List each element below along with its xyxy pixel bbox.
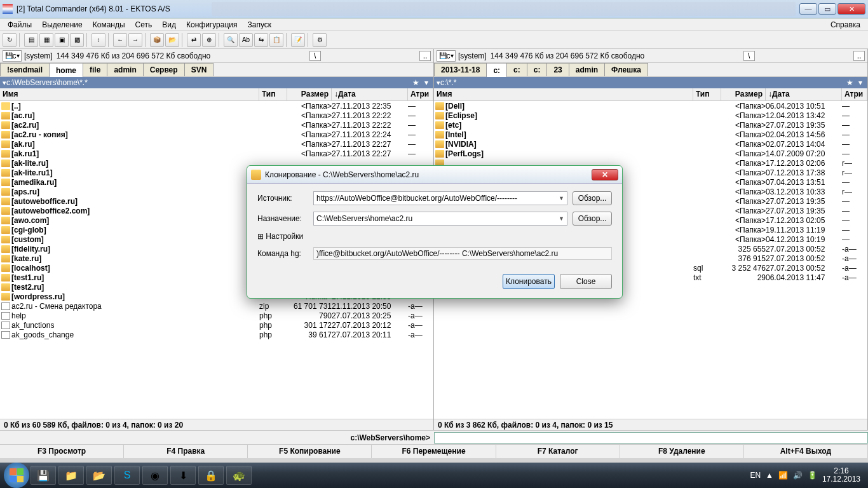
file-row[interactable]: [etc]<Папка>27.07.2013 19:35—: [434, 120, 867, 130]
dest-browse-button[interactable]: Обзор...: [573, 212, 612, 226]
taskbar-download-icon[interactable]: ⬇: [170, 466, 196, 485]
tb-control-panel-icon[interactable]: ⚙: [313, 33, 327, 47]
fkey-button[interactable]: F5 Копирование: [248, 445, 372, 458]
folder-tab[interactable]: !sendmail: [0, 63, 50, 76]
col-name[interactable]: Имя: [434, 88, 693, 100]
left-root-button[interactable]: \: [309, 51, 321, 61]
taskbar-tortoise-icon[interactable]: 🐢: [226, 466, 252, 485]
tray-sound-icon[interactable]: 🔊: [793, 471, 803, 480]
right-path-bar[interactable]: ▾c:\*.* ★ ▾: [434, 77, 867, 88]
fkey-button[interactable]: F3 Просмотр: [0, 445, 124, 458]
col-attr[interactable]: Атри: [842, 88, 867, 100]
menu-mark[interactable]: Выделение: [37, 19, 88, 30]
tb-view-full-icon[interactable]: ▦: [39, 33, 53, 47]
tb-search-icon[interactable]: 🔍: [224, 33, 238, 47]
folder-tab[interactable]: c:: [527, 63, 548, 76]
source-combo[interactable]: https://AutoWebOffice@bitbucket.org/Auto…: [313, 191, 567, 205]
tb-forward-icon[interactable]: →: [128, 33, 142, 47]
taskbar-skype-icon[interactable]: S: [114, 466, 140, 485]
menu-net[interactable]: Сеть: [130, 19, 158, 30]
tray-flag-icon[interactable]: ▲: [766, 471, 773, 480]
fkey-button[interactable]: Alt+F4 Выход: [744, 445, 868, 458]
taskbar-folder-icon[interactable]: 📂: [86, 466, 112, 485]
right-drive-select[interactable]: 💾 c ▾: [437, 50, 456, 62]
col-ext[interactable]: Тип: [259, 88, 287, 100]
taskbar-explorer-icon[interactable]: 📁: [58, 466, 84, 485]
col-date[interactable]: ↓Дата: [766, 88, 842, 100]
file-row[interactable]: [PerfLogs]<Папка>14.07.2009 07:20—: [434, 149, 867, 158]
tb-ftp-icon[interactable]: ⇄: [187, 33, 201, 47]
file-row[interactable]: [Eclipse]<Папка>12.04.2013 13:42—: [434, 111, 867, 120]
left-drive-select[interactable]: 💾 c ▾: [3, 50, 22, 62]
dest-combo[interactable]: C:\WebServers\home\ac2.ru▼: [313, 212, 567, 226]
col-name[interactable]: Имя: [0, 88, 259, 100]
tb-pack-icon[interactable]: 📦: [150, 33, 164, 47]
folder-tab[interactable]: admin: [569, 63, 605, 76]
file-row[interactable]: [..]<Папка>27.11.2013 22:35—: [0, 101, 433, 111]
fkey-button[interactable]: F7 Каталог: [496, 445, 620, 458]
left-history-icon[interactable]: ▾: [422, 78, 431, 87]
file-row[interactable]: [ak.ru]<Папка>27.11.2013 22:27—: [0, 139, 433, 149]
tb-ftp-new-icon[interactable]: ⊕: [202, 33, 216, 47]
file-row[interactable]: [Intel]<Папка>02.04.2013 14:56—: [434, 130, 867, 139]
tb-view-tree-icon[interactable]: ▣: [55, 33, 69, 47]
minimize-button[interactable]: —: [799, 3, 817, 15]
folder-tab[interactable]: Сервер: [143, 63, 185, 76]
tb-notepad-icon[interactable]: 📝: [291, 33, 305, 47]
left-path-bar[interactable]: ▾c:\WebServers\home\*.* ★ ▾: [0, 77, 433, 88]
close-button[interactable]: ✕: [837, 3, 865, 15]
menu-config[interactable]: Конфигурация: [181, 19, 243, 30]
start-button[interactable]: [4, 463, 29, 488]
file-row[interactable]: ak_functionsphp301 17227.07.2013 20:12-a…: [0, 320, 433, 330]
dialog-titlebar[interactable]: Клонирование - C:\WebServers\home\ac2.ru…: [247, 166, 622, 184]
right-history-icon[interactable]: ▾: [856, 78, 865, 87]
file-row[interactable]: [ak.ru1]<Папка>27.11.2013 22:27—: [0, 149, 433, 158]
fkey-button[interactable]: F6 Перемещение: [372, 445, 496, 458]
tb-view-thumbs-icon[interactable]: ▩: [70, 33, 84, 47]
folder-tab[interactable]: home: [49, 64, 83, 77]
taskbar-totalcmd-icon[interactable]: 💾: [31, 466, 56, 485]
tb-invert-icon[interactable]: ↕: [92, 33, 105, 47]
file-row[interactable]: [ac2.ru - копия]<Папка>27.11.2013 22:24—: [0, 130, 433, 139]
folder-tab[interactable]: c:: [506, 63, 527, 76]
col-size[interactable]: Размер: [721, 88, 766, 100]
folder-tab[interactable]: 23: [546, 63, 569, 76]
file-row[interactable]: [ac2.ru]<Папка>27.11.2013 22:22—: [0, 120, 433, 130]
folder-tab[interactable]: 2013-11-18: [434, 63, 487, 76]
settings-expander[interactable]: ⊞ Настройки: [257, 232, 612, 241]
file-row[interactable]: [Dell]<Папка>06.04.2013 10:51—: [434, 101, 867, 111]
command-input[interactable]: [434, 432, 868, 444]
folder-tab[interactable]: c:: [486, 64, 507, 77]
menu-show[interactable]: Вид: [157, 19, 181, 30]
menu-commands[interactable]: Команды: [88, 19, 130, 30]
tray-power-icon[interactable]: 🔋: [808, 471, 817, 480]
maximize-button[interactable]: ▭: [818, 3, 836, 15]
folder-tab[interactable]: file: [83, 63, 107, 76]
taskbar-chrome-icon[interactable]: ◉: [142, 466, 168, 485]
clone-button[interactable]: Клонировать: [503, 274, 555, 289]
left-fav-icon[interactable]: ★: [410, 78, 422, 87]
dialog-close-button[interactable]: ✕: [592, 169, 618, 180]
tray-clock[interactable]: 2:1617.12.2013: [822, 467, 860, 484]
fkey-button[interactable]: F4 Правка: [124, 445, 248, 458]
source-browse-button[interactable]: Обзор...: [573, 191, 612, 205]
right-fav-icon[interactable]: ★: [844, 78, 856, 87]
tb-multirename-icon[interactable]: Ab: [239, 33, 253, 47]
col-size[interactable]: Размер: [287, 88, 332, 100]
tray-network-icon[interactable]: 📶: [778, 471, 788, 480]
menu-help[interactable]: Справка: [825, 19, 865, 30]
tb-back-icon[interactable]: ←: [113, 33, 127, 47]
tb-refresh-icon[interactable]: ↻: [3, 33, 17, 47]
col-attr[interactable]: Атри: [408, 88, 433, 100]
folder-tab[interactable]: Флешка: [604, 63, 648, 76]
tb-sync-icon[interactable]: ⇆: [254, 33, 268, 47]
folder-tab[interactable]: admin: [107, 63, 143, 76]
file-row[interactable]: [ac.ru]<Папка>27.11.2013 22:22—: [0, 111, 433, 120]
tb-view-brief-icon[interactable]: ▤: [24, 33, 38, 47]
file-row[interactable]: [NVIDIA]<Папка>02.07.2013 14:04—: [434, 139, 867, 149]
file-row[interactable]: ac2.ru - Смена редактораzip61 701 73121.…: [0, 301, 433, 311]
taskbar-lock-icon[interactable]: 🔒: [198, 466, 224, 485]
fkey-button[interactable]: F8 Удаление: [620, 445, 744, 458]
close-dialog-button[interactable]: Close: [560, 274, 612, 289]
col-ext[interactable]: Тип: [693, 88, 721, 100]
